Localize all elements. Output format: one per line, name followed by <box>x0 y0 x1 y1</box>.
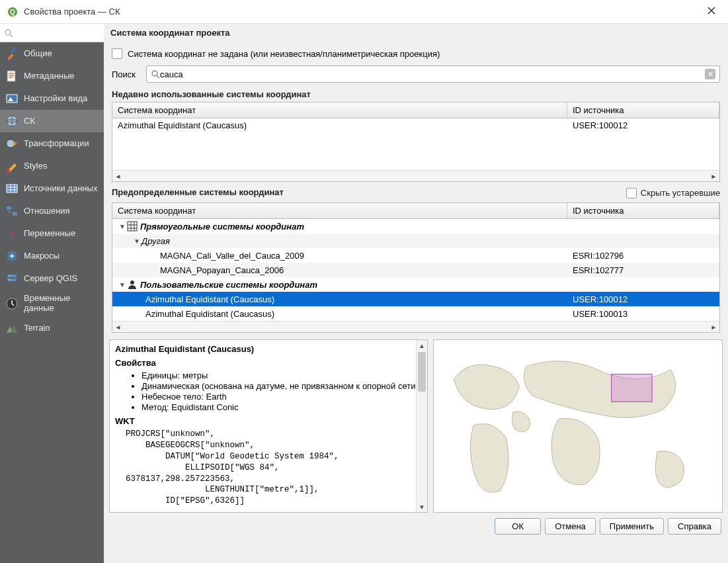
col-header-name[interactable]: Система координат <box>112 203 567 218</box>
titlebar: Q Свойства проекта — СК <box>0 0 728 24</box>
sidebar-item-label: Трансформации <box>24 139 89 149</box>
predefined-heading: Предопределенные системы координат <box>112 186 626 200</box>
tree-crs-row[interactable]: MAGNA_Cali_Valle_del_Cauca_2009 ESRI:102… <box>112 248 719 263</box>
recent-crs-row[interactable]: Azimuthal Equidistant (Caucasus) USER:10… <box>112 118 719 132</box>
search-label: Поиск <box>112 69 141 79</box>
svg-rect-5 <box>7 95 17 103</box>
hide-deprecated-row: Скрыть устаревшие <box>626 188 720 198</box>
sidebar-item-view-settings[interactable]: Настройки вида <box>0 87 104 110</box>
crs-search-input[interactable] <box>160 69 705 79</box>
sidebar-item-label: Временные данные <box>24 294 99 314</box>
chevron-down-icon[interactable]: ▼ <box>132 238 142 245</box>
svg-rect-26 <box>128 222 137 231</box>
svg-rect-13 <box>13 212 17 216</box>
world-map-icon <box>434 340 722 512</box>
apply-button[interactable]: Применить <box>600 518 664 535</box>
sidebar-item-macros[interactable]: Макросы <box>0 245 104 267</box>
sidebar-item-temporal[interactable]: Временные данные <box>0 290 104 318</box>
hide-deprecated-label: Скрыть устаревшие <box>641 188 720 198</box>
scroll-right-icon[interactable]: ► <box>708 171 719 181</box>
sidebar-item-label: СК <box>24 116 35 126</box>
detail-crs-name: Azimuthal Equidistant (Caucasus) <box>115 344 422 354</box>
sidebar-item-label: Источники данных <box>24 184 97 194</box>
sidebar-item-styles[interactable]: Styles <box>0 155 104 177</box>
svg-rect-4 <box>7 71 15 81</box>
ok-button[interactable]: ОК <box>495 518 541 535</box>
person-icon <box>127 279 138 290</box>
svg-point-2 <box>5 30 11 35</box>
tree-hscrollbar[interactable]: ◄ ► <box>112 321 719 332</box>
terrain-icon <box>5 322 19 335</box>
svg-point-19 <box>9 275 10 277</box>
sidebar-search[interactable] <box>0 24 104 42</box>
panel-heading: Система координат проекта <box>104 24 728 42</box>
sidebar-item-label: Styles <box>24 161 47 171</box>
property-item: Единицы: метры <box>142 370 422 380</box>
svg-point-20 <box>9 279 10 281</box>
tree-crs-row[interactable]: Azimuthal Equidistant (Caucasus) USER:10… <box>112 306 719 321</box>
globe-icon <box>5 114 19 128</box>
search-icon <box>151 69 160 79</box>
help-button[interactable]: Справка <box>668 518 721 535</box>
svg-text:Q: Q <box>10 9 15 16</box>
wkt-text: PROJCRS["unknown", BASEGEOGCRS["unknown"… <box>126 429 422 507</box>
no-crs-label: Система координат не задана (или неизвес… <box>128 49 440 59</box>
svg-line-3 <box>10 34 13 37</box>
scroll-up-icon[interactable]: ▲ <box>417 340 427 351</box>
tree-subgroup-other[interactable]: ▼ Другая <box>112 234 719 248</box>
sidebar-item-label: Переменные <box>24 229 75 239</box>
window-title: Свойства проекта — СК <box>24 7 702 17</box>
chevron-down-icon[interactable]: ▼ <box>118 223 127 230</box>
properties-list: Единицы: метры Динамическая (основана на… <box>142 370 422 412</box>
crs-extent-highlight <box>612 374 653 402</box>
dialog-button-row: ОК Отмена Применить Справка <box>104 513 728 535</box>
detail-vscrollbar[interactable]: ▲ ▼ <box>416 340 427 512</box>
subgroup-label: Другая <box>142 236 170 246</box>
col-header-id[interactable]: ID источника <box>567 203 719 218</box>
gear-icon <box>5 249 19 263</box>
epsilon-icon: ε <box>5 227 19 240</box>
col-header-id[interactable]: ID источника <box>567 103 719 118</box>
scroll-left-icon[interactable]: ◄ <box>112 322 124 332</box>
crs-name-cell: Azimuthal Equidistant (Caucasus) <box>145 309 274 319</box>
scroll-left-icon[interactable]: ◄ <box>112 171 124 181</box>
group-label: Прямоугольные системы координат <box>140 222 304 232</box>
sidebar-item-label: Общие <box>24 49 52 59</box>
tree-group-projected[interactable]: ▼ Прямоугольные системы координат <box>112 219 719 234</box>
sidebar-item-data-sources[interactable]: Источники данных <box>0 177 104 200</box>
tree-crs-row-selected[interactable]: Azimuthal Equidistant (Caucasus) USER:10… <box>112 292 719 306</box>
scroll-thumb[interactable] <box>418 352 426 392</box>
group-label: Пользовательские системы координат <box>140 280 317 290</box>
tree-group-user[interactable]: ▼ Пользовательские системы координат <box>112 277 719 292</box>
sidebar-item-label: Сервер QGIS <box>24 274 77 284</box>
crs-detail-panel: ▲ ▼ Azimuthal Equidistant (Caucasus) Сво… <box>109 339 428 513</box>
property-item: Небесное тело: Earth <box>142 392 422 402</box>
sidebar-item-crs[interactable]: СК <box>0 110 104 132</box>
sidebar: Общие Метаданные Настройки вида СК Транс… <box>0 24 104 563</box>
scroll-right-icon[interactable]: ► <box>708 322 719 332</box>
col-header-name[interactable]: Система координат <box>112 103 567 118</box>
crs-name-cell: Azimuthal Equidistant (Caucasus) <box>145 294 274 304</box>
sidebar-item-metadata[interactable]: Метаданные <box>0 65 104 87</box>
sidebar-item-general[interactable]: Общие <box>0 42 104 65</box>
chevron-down-icon[interactable]: ▼ <box>118 281 127 288</box>
recent-hscrollbar[interactable]: ◄ ► <box>112 170 719 181</box>
sidebar-item-terrain[interactable]: Terrain <box>0 318 104 340</box>
tree-crs-row[interactable]: MAGNA_Popayan_Cauca_2006 ESRI:102777 <box>112 263 719 277</box>
sidebar-item-transformations[interactable]: Трансформации <box>0 132 104 155</box>
sidebar-item-qgis-server[interactable]: Сервер QGIS <box>0 267 104 290</box>
sidebar-item-relations[interactable]: Отношения <box>0 200 104 222</box>
scroll-down-icon[interactable]: ▼ <box>417 501 427 512</box>
search-icon <box>4 28 13 38</box>
sidebar-item-variables[interactable]: ε Переменные <box>0 222 104 245</box>
svg-rect-10 <box>7 169 10 172</box>
no-crs-checkbox[interactable] <box>112 48 122 59</box>
table-icon <box>5 182 19 195</box>
sidebar-item-label: Отношения <box>24 206 70 216</box>
cancel-button[interactable]: Отмена <box>545 518 596 535</box>
clear-search-button[interactable]: ✕ <box>705 69 715 79</box>
close-button[interactable] <box>702 3 721 21</box>
crs-extent-map <box>433 339 723 513</box>
crs-id-cell: USER:100012 <box>567 294 719 304</box>
hide-deprecated-checkbox[interactable] <box>626 188 637 198</box>
